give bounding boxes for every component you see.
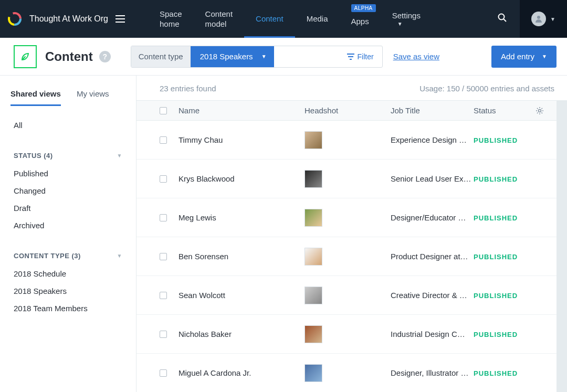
svg-point-3 <box>499 14 505 20</box>
user-icon <box>534 15 543 23</box>
sidebar-item-published[interactable]: Published <box>14 165 122 182</box>
row-checkbox[interactable] <box>160 369 167 377</box>
col-status[interactable]: Status <box>474 106 528 115</box>
svg-point-4 <box>537 16 540 19</box>
nav-settings[interactable]: Settings▼ <box>381 0 432 38</box>
nav-content-model[interactable]: Content model <box>194 0 245 38</box>
chevron-down-icon: ▼ <box>550 16 555 22</box>
main: Shared views My views All STATUS (4)▼ Pu… <box>0 76 567 392</box>
content-area: 23 entries found Usage: 150 / 50000 entr… <box>136 76 567 392</box>
headshot-thumb <box>304 287 322 304</box>
col-headshot[interactable]: Headshot <box>304 106 391 115</box>
nav-space-home[interactable]: Space home <box>148 0 194 38</box>
filter-icon <box>347 54 354 60</box>
triangle-down-icon: ▼ <box>117 153 122 158</box>
table-row[interactable]: Miguel A Cardona Jr. Designer, Illustrat… <box>136 354 556 392</box>
nav-content[interactable]: Content <box>244 0 295 38</box>
table-row[interactable]: Timmy Chau Experience Design … PUBLISHED <box>136 121 556 160</box>
status-badge: PUBLISHED <box>474 292 518 300</box>
headshot-thumb <box>304 248 322 266</box>
content-type-label: Content type <box>131 46 191 67</box>
job-title: Creative Director & … <box>391 291 467 300</box>
entries-table: Name Headshot Job Title Status Timmy Cha… <box>136 100 556 392</box>
table-row[interactable]: Krys Blackwood Senior Lead User Ex… PUBL… <box>136 160 556 198</box>
status-badge: PUBLISHED <box>474 331 518 338</box>
contentful-logo-icon <box>7 12 22 26</box>
avatar <box>531 12 546 26</box>
table-header: Name Headshot Job Title Status <box>136 100 556 121</box>
row-checkbox[interactable] <box>160 136 167 144</box>
status-badge: PUBLISHED <box>474 136 518 144</box>
help-icon[interactable]: ? <box>99 51 111 62</box>
chevron-down-icon: ▼ <box>542 54 547 59</box>
col-job-title[interactable]: Job Title <box>391 106 474 115</box>
row-checkbox[interactable] <box>160 253 167 260</box>
sidebar-item-archived[interactable]: Archived <box>14 217 122 234</box>
entry-name: Ben Sorensen <box>178 252 228 261</box>
row-checkbox[interactable] <box>160 292 167 299</box>
sub-controls: Content type 2018 Speakers ▼ Filter Save… <box>131 46 556 68</box>
select-all-checkbox[interactable] <box>160 107 167 114</box>
table-row[interactable]: Sean Wolcott Creative Director & … PUBLI… <box>136 276 556 315</box>
sidebar-item-all[interactable]: All <box>14 116 122 134</box>
search-button[interactable] <box>485 13 520 25</box>
add-entry-button[interactable]: Add entry ▼ <box>491 46 556 68</box>
tab-my-views[interactable]: My views <box>77 83 109 106</box>
page-icon <box>14 45 37 68</box>
sidebar: Shared views My views All STATUS (4)▼ Pu… <box>0 76 136 392</box>
entry-name: Krys Blackwood <box>178 174 235 183</box>
headshot-thumb <box>304 325 322 343</box>
sidebar-item-draft[interactable]: Draft <box>14 199 122 217</box>
job-title: Senior Lead User Ex… <box>391 174 471 183</box>
filter-button[interactable]: Filter <box>339 46 382 67</box>
status-badge: PUBLISHED <box>474 369 518 377</box>
org-name: Thought At Work Org <box>29 14 108 24</box>
headshot-thumb <box>304 209 322 227</box>
row-checkbox[interactable] <box>160 214 167 221</box>
sidebar-item-2018-schedule[interactable]: 2018 Schedule <box>14 265 122 282</box>
row-checkbox[interactable] <box>160 175 167 183</box>
entry-name: Meg Lewis <box>178 213 216 222</box>
entry-name: Miguel A Cardona Jr. <box>178 368 251 377</box>
scrollbar[interactable] <box>556 100 567 392</box>
search-icon <box>498 13 507 23</box>
gear-icon <box>536 107 544 115</box>
job-title: Industrial Design C… <box>391 330 465 338</box>
usage-text: Usage: 150 / 50000 entries and assets <box>419 84 554 93</box>
table-row[interactable]: Meg Lewis Designer/Educator … PUBLISHED <box>136 198 556 237</box>
table-row[interactable]: Nicholas Baker Industrial Design C… PUBL… <box>136 315 556 354</box>
headshot-thumb <box>304 131 322 149</box>
view-tabs: Shared views My views <box>0 83 136 106</box>
sidebar-header-status[interactable]: STATUS (4)▼ <box>14 147 122 165</box>
col-name[interactable]: Name <box>178 106 304 115</box>
entry-name: Sean Wolcott <box>178 291 225 300</box>
sidebar-item-2018-team-members[interactable]: 2018 Team Members <box>14 300 122 317</box>
table-row[interactable]: Ben Sorensen Product Designer at… PUBLIS… <box>136 237 556 276</box>
page-title: Content <box>45 49 93 64</box>
table-settings-button[interactable] <box>528 107 544 115</box>
row-checkbox[interactable] <box>160 331 167 338</box>
nav-items: Space home Content model Content Media A… <box>148 0 485 38</box>
meta-row: 23 entries found Usage: 150 / 50000 entr… <box>136 76 567 100</box>
content-type-select[interactable]: 2018 Speakers ▼ <box>191 46 274 67</box>
sidebar-header-content-type[interactable]: CONTENT TYPE (3)▼ <box>14 248 122 265</box>
tab-shared-views[interactable]: Shared views <box>10 83 61 106</box>
triangle-down-icon: ▼ <box>117 253 122 259</box>
sidebar-item-changed[interactable]: Changed <box>14 182 122 199</box>
job-title: Product Designer at… <box>391 252 468 261</box>
svg-point-5 <box>539 109 541 112</box>
sidebar-item-2018-speakers[interactable]: 2018 Speakers <box>14 282 122 300</box>
menu-icon[interactable] <box>116 15 125 23</box>
user-menu[interactable]: ▼ <box>520 0 567 38</box>
job-title: Experience Design … <box>391 135 467 144</box>
nav-apps[interactable]: ALPHA Apps <box>340 0 381 38</box>
org-switcher[interactable]: Thought At Work Org <box>0 12 133 26</box>
nav-media[interactable]: Media <box>295 0 340 38</box>
filter-bar: Content type 2018 Speakers ▼ Filter <box>131 46 383 68</box>
chevron-down-icon: ▼ <box>397 20 421 27</box>
alpha-badge: ALPHA <box>351 4 376 12</box>
nav-right: ▼ <box>485 0 567 38</box>
save-as-view-link[interactable]: Save as view <box>393 52 439 61</box>
job-title: Designer/Educator … <box>391 213 466 222</box>
chevron-down-icon: ▼ <box>261 54 267 59</box>
